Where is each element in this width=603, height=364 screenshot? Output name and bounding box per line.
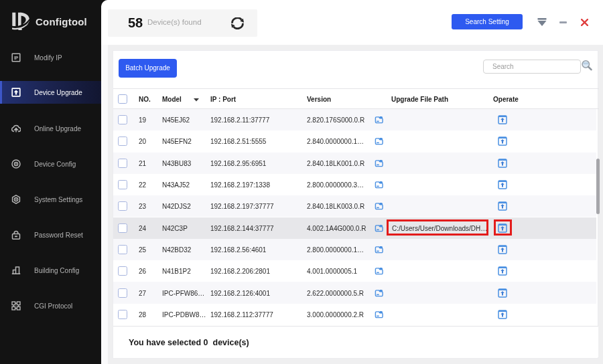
svg-text:IP: IP [14,55,19,60]
